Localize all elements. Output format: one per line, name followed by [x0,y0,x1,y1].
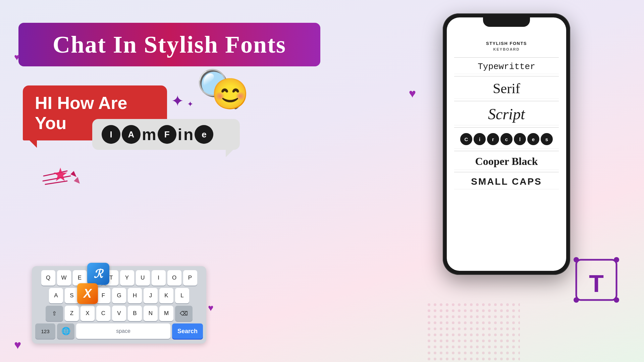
letter-m-normal: m [142,125,156,144]
key-U[interactable]: U [136,270,150,286]
phone-content: STYLISH FONTS KEYBOARD Typewritter Serif… [447,17,566,271]
letter-n-normal: n [183,125,193,144]
key-globe[interactable]: 🌐 [57,323,74,339]
font-label-smallcaps: SMALL CAPS [454,176,559,187]
phone-subtitle: KEYBOARD [454,47,559,51]
phone-title: STYLISH FONTS [454,41,559,46]
circle-i: i [474,133,486,145]
svg-marker-5 [70,171,76,177]
font-item-circles: C i r c l e s [454,130,559,149]
text-icon-decoration: T [573,256,620,303]
heart-icon-6: ♥ [14,52,20,63]
keyboard-row-1: Q W E R ℛ T Y U I O P [35,270,203,286]
letter-i-normal: i [178,125,182,144]
phone-divider-2 [454,76,559,76]
key-123[interactable]: 123 [35,323,55,339]
circle-c2: c [500,133,513,145]
circles-container: C i r c l e s [454,132,559,146]
phone-notch [483,17,530,27]
key-L[interactable]: L [175,288,189,303]
heart-icon-1: ♥ [409,86,416,101]
circle-C: C [460,133,472,145]
key-Z[interactable]: Z [65,306,79,321]
font-label-typewriter: Typewritter [454,62,559,72]
key-shift[interactable]: ⇧ [46,306,63,321]
key-H[interactable]: H [128,288,142,303]
app-icon-R: ℛ [87,263,109,285]
phone-divider-4 [454,127,559,128]
phone-divider-1 [454,57,559,58]
phone-divider-6 [454,172,559,172]
letter-F-circle: F [158,125,176,144]
key-S[interactable]: S [65,288,79,303]
chat-bubble-iamfine: I A m F i n e [92,119,240,150]
key-D[interactable]: D X [80,288,95,303]
font-item-typewriter: Typewritter [454,60,559,74]
font-label-script: Script [454,105,559,123]
heart-icon-5: ♥ [14,338,21,352]
key-W[interactable]: W [57,270,71,286]
phone-mockup: STYLISH FONTS KEYBOARD Typewritter Serif… [443,13,570,275]
key-C[interactable]: C [96,306,110,321]
letter-A-circle: A [122,125,141,144]
key-search[interactable]: Search [172,323,203,339]
key-V[interactable]: V [112,306,126,321]
svg-point-10 [614,257,619,262]
phone-screen: STYLISH FONTS KEYBOARD Typewritter Serif… [447,17,566,271]
key-backspace[interactable]: ⌫ [175,306,193,321]
font-item-serif: Serif [454,78,559,99]
font-label-serif: Serif [454,80,559,97]
key-X[interactable]: X [80,306,95,321]
speed-lines-decoration [40,164,84,198]
key-K[interactable]: K [159,288,173,303]
circle-e2: e [527,133,539,145]
key-F[interactable]: F [96,288,110,303]
circle-l: l [514,133,526,145]
font-label-cooper: Cooper Black [454,155,559,168]
font-item-cooper: Cooper Black [454,153,559,170]
sparkle-small-icon: ✦ [187,101,193,108]
key-space[interactable]: space [76,323,170,339]
phone-outer: STYLISH FONTS KEYBOARD Typewritter Serif… [443,13,570,275]
letter-e-circle: e [195,125,213,144]
font-item-smallcaps: SMALL CAPS [454,174,559,189]
iamfine-display: I A m F i n e [102,125,230,144]
key-G[interactable]: G [112,288,126,303]
heart-icon-4: ♥ [208,303,214,313]
title-text: Chat In Stylish Fonts [53,31,286,59]
key-J[interactable]: J [144,288,158,303]
keyboard: Q W E R ℛ T Y U I O P A S D X F G H J K … [32,266,206,344]
key-Y[interactable]: Y [120,270,134,286]
svg-rect-1 [426,302,520,362]
sparkle-mid-icon: ✦ [171,93,184,109]
keyboard-bottom-row: 123 🌐 space Search [35,323,203,339]
key-P[interactable]: P [183,270,197,286]
svg-point-9 [574,257,579,262]
svg-point-11 [574,297,579,303]
key-A[interactable]: A [49,288,63,303]
app-icon-X: X [77,283,98,304]
svg-text:T: T [589,270,604,297]
keyboard-row-3: ⇧ Z X C V B N M ⌫ [35,306,203,321]
key-M[interactable]: M [159,306,173,321]
svg-marker-6 [74,177,80,184]
phone-divider-5 [454,151,559,151]
key-B[interactable]: B [128,306,142,321]
svg-line-4 [45,181,67,184]
key-Q[interactable]: Q [41,270,55,286]
key-I[interactable]: I [152,270,166,286]
letter-I-circle: I [102,125,120,144]
font-item-script: Script [454,103,559,125]
key-O[interactable]: O [167,270,181,286]
keyboard-row-2: A S D X F G H J K L [35,288,203,303]
circle-r: r [487,133,499,145]
phone-divider-3 [454,101,559,101]
circle-s: s [541,133,553,145]
emoji-face: 😊 [211,79,249,109]
title-banner: Chat In Stylish Fonts [18,23,320,66]
svg-point-12 [614,297,619,303]
key-N[interactable]: N [144,306,158,321]
